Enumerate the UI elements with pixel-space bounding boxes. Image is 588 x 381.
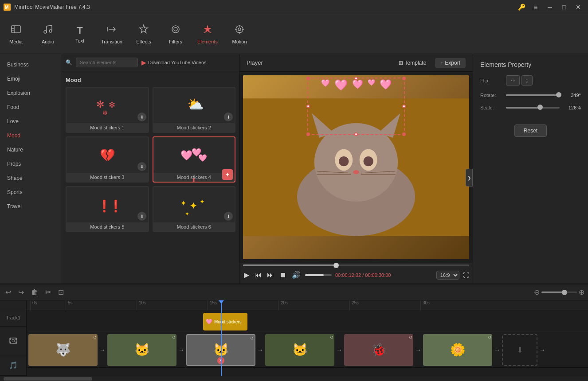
sidebar-item-emoji[interactable]: Emoji [0,72,62,86]
ruler-5s: 5s [66,300,137,311]
handle-bm[interactable] [354,132,358,136]
menu-button[interactable]: ≡ [529,2,542,12]
element-card-4[interactable]: 🩷 🩷 🩷 + Mood stickers 4 [153,136,236,183]
delete-button[interactable]: 🗑 [29,287,40,298]
sidebar-item-explosion[interactable]: Explosion [0,86,62,100]
sidebar-item-travel[interactable]: Travel [0,199,62,214]
export-button[interactable]: ↑ Export [435,58,466,68]
download-btn-6[interactable]: ⬇ [224,212,233,221]
toolbar-motion[interactable]: Motion [223,16,255,52]
download-btn-1[interactable]: ⬇ [137,113,146,121]
export-icon: ↑ [440,60,443,66]
maximize-button[interactable]: □ [558,2,570,12]
toolbar-media[interactable]: Media [0,16,32,52]
zoom-out-button[interactable]: ⊖ [534,288,540,296]
download-btn-3[interactable]: ⬇ [137,162,146,171]
undo-button[interactable]: ↩ [4,286,13,298]
element-card-3[interactable]: 💔 ⬇ Mood stickers 3 [66,136,149,183]
crop-button[interactable]: ⊡ [56,286,66,298]
timeline-scrollbar[interactable] [0,376,588,381]
handle-tl[interactable] [306,77,310,80]
rotate-knob[interactable] [556,92,561,97]
progress-knob[interactable] [333,263,339,268]
timeline-content[interactable]: 0s 5s 10s 15s 20s 25s 30s 🩷 Mood sticker… [27,300,588,376]
toolbar-transition[interactable]: Transition [96,16,128,52]
flip-h-button[interactable]: ↔ [506,75,520,86]
video-clip-2[interactable]: 🐱 ↺ [107,334,176,366]
toolbar-elements[interactable]: Elements [192,16,223,52]
search-input[interactable] [76,58,138,67]
zoom-in-button[interactable]: ⊕ [579,288,584,296]
elements-grid-area: Mood ✼ ✼ ✼ ⬇ Mood stick [62,71,239,284]
youtube-download-link[interactable]: ▶ Download YouTube Videos [141,59,207,66]
toolbar-audio[interactable]: Audio [32,16,64,52]
toolbar-text[interactable]: T Text [64,16,96,52]
sidebar-item-props[interactable]: Props [0,157,62,171]
close-button[interactable]: ✕ [572,2,584,12]
handle-br[interactable] [402,132,406,136]
element-card-1[interactable]: ✼ ✼ ✼ ⬇ Mood stickers 1 [66,87,149,133]
video-clip-6[interactable]: 🌼 ↺ [423,334,492,366]
sidebar-item-business[interactable]: Business [0,58,62,72]
play-button[interactable]: ▶ [243,270,250,280]
element-card-6[interactable]: ✦ ✦ ✦ ✦ ⬇ Mood stickers 6 [153,186,236,232]
volume-slider[interactable] [305,274,332,276]
svg-text:✼: ✼ [96,99,104,110]
handle-tm[interactable] [354,77,358,80]
reset-button[interactable]: Reset [514,124,547,137]
text-label: Text [75,38,84,43]
element-card-5[interactable]: ❗ ❗ ⬇ Mood stickers 5 [66,186,149,232]
prev-button[interactable]: ⏮ [254,270,263,280]
handle-mr[interactable] [402,105,406,108]
sidebar-item-sports[interactable]: Sports [0,185,62,199]
track-video-row: 🐺 ↺ → 🐱 ↺ → 🐱 ↺ ✕ → 🐱 [27,332,588,368]
elements-grid: ✼ ✼ ✼ ⬇ Mood stickers 1 ⛅ [66,87,235,232]
add-to-timeline-btn[interactable]: + [222,169,233,180]
timeline: ↩ ↪ 🗑 ✂ ⊡ ⊖ ⊕ Track1 [0,284,588,381]
audio-icon [43,24,53,37]
zoom-slider[interactable] [541,292,577,293]
video-clip-1[interactable]: 🐺 ↺ [28,334,98,366]
mood-sticker-clip[interactable]: 🩷 Mood stickers [203,313,247,330]
redo-button[interactable]: ↪ [16,286,26,298]
key-button[interactable]: 🔑 [515,2,528,12]
element-card-2[interactable]: ⛅ ⬇ Mood stickers 2 [153,87,236,133]
empty-clip[interactable]: ⬇ [502,334,537,366]
scale-slider[interactable] [506,107,560,109]
rotate-slider[interactable] [506,94,560,96]
ratio-select[interactable]: 16:9 9:16 1:1 4:3 [436,271,459,280]
svg-text:M: M [5,5,8,10]
next-button[interactable]: ⏭ [266,270,275,280]
video-clip-4[interactable]: 🐱 ↺ [265,334,334,366]
minimize-button[interactable]: ─ [544,2,556,12]
video-clip-5[interactable]: 🐞 ↺ [344,334,413,366]
playhead[interactable] [221,300,222,376]
fullscreen-button[interactable]: ⛶ [463,272,469,279]
template-button[interactable]: ⊞ Template [393,58,432,68]
sidebar-item-nature[interactable]: Nature [0,143,62,157]
download-btn-5[interactable]: ⬇ [137,212,146,221]
scale-knob[interactable] [537,105,543,110]
cut-button[interactable]: ✂ [43,286,53,298]
toolbar-effects[interactable]: Effects [128,16,160,52]
ruler-10s: 10s [137,300,208,311]
sidebar-item-food[interactable]: Food [0,100,62,114]
time-display: 00:00:12:02 / 00:00:30:00 [335,272,433,278]
progress-bar[interactable] [243,264,469,266]
handle-bl[interactable] [306,132,310,136]
filters-label: Filters [169,39,182,44]
sidebar-item-love[interactable]: Love [0,114,62,128]
sidebar-item-shape[interactable]: Shape [0,171,62,185]
flip-v-button[interactable]: ↕ [521,75,533,86]
scale-row: Scale: 126% [480,105,581,110]
handle-ml[interactable] [306,105,310,108]
volume-button[interactable]: 🔊 [291,270,302,280]
zoom-knob[interactable] [562,290,567,295]
stop-button[interactable]: ⏹ [278,270,287,280]
toolbar-filters[interactable]: Filters [160,16,192,52]
handle-tr[interactable] [402,77,406,80]
sidebar-item-mood[interactable]: Mood [0,128,62,143]
download-btn-2[interactable]: ⬇ [224,113,233,121]
clip-thumb-1: 🐺 [28,334,98,366]
panel-collapse-button[interactable]: ❯ [466,169,473,187]
